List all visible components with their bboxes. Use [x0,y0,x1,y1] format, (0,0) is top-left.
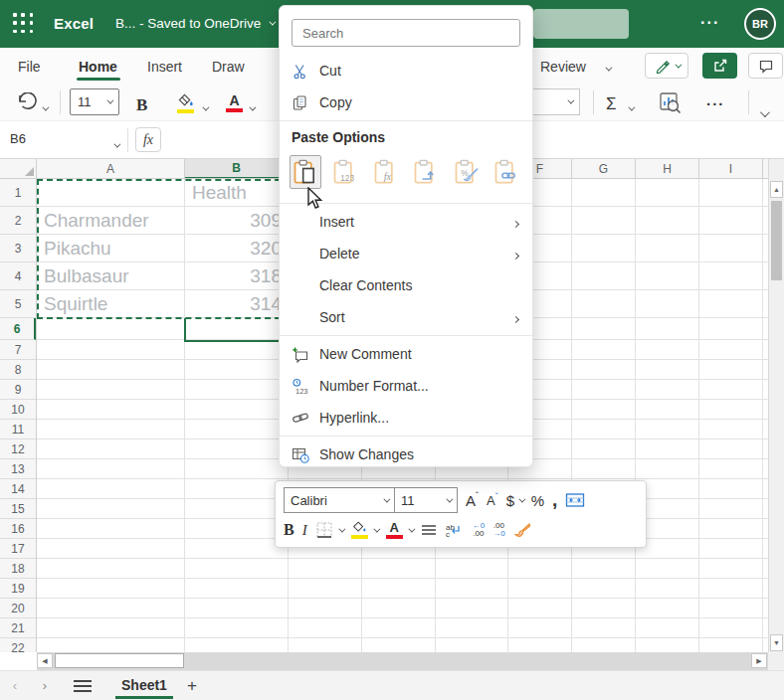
row-header-21[interactable]: 21 [0,618,36,638]
format-painter-button[interactable] [513,522,531,538]
row-header-18[interactable]: 18 [0,559,36,579]
paste-formatting-button[interactable]: % [451,155,483,189]
paste-link-button[interactable] [491,155,523,189]
menu-item-cut[interactable]: Cut [280,55,532,87]
column-header-B[interactable]: B [185,159,289,179]
row-header-8[interactable]: 8 [0,360,36,380]
autosum-button[interactable]: Σ [606,90,617,117]
row-header-6[interactable]: 6 [0,318,36,340]
cell-A5[interactable]: Squirtle [37,290,185,318]
wrap-text-button[interactable]: abc [445,522,465,538]
font-size-select[interactable]: 11 [70,88,119,115]
row-header-9[interactable]: 9 [0,380,36,400]
select-all-corner[interactable] [0,159,37,179]
mini-font-size-select[interactable]: 11 [395,488,457,512]
name-box-chevron[interactable] [113,136,118,151]
editing-mode-button[interactable] [645,53,688,79]
cell-A4[interactable]: Bulbasaur [37,262,185,290]
row-header-14[interactable]: 14 [0,479,36,499]
grow-font-button[interactable]: Aˆ [466,492,479,509]
row-header-10[interactable]: 10 [0,400,36,420]
cell-B3[interactable]: 320 [185,235,289,262]
menu-item-clear-contents[interactable]: Clear Contents [280,269,532,301]
menu-item-sort[interactable]: Sort [280,301,532,333]
menu-item-hyperlink[interactable]: Hyperlink... [280,402,532,434]
row-header-12[interactable]: 12 [0,439,36,459]
fill-color-button[interactable] [177,89,194,116]
decrease-decimal-button[interactable]: ←0.00 [473,522,485,538]
menu-item-number-format[interactable]: 123Number Format... [280,370,532,402]
bold-button[interactable]: B [136,91,147,118]
horizontal-scroll-thumb[interactable] [55,653,184,668]
paste-values-button[interactable]: 123 [330,155,362,189]
mini-bold-button[interactable]: B [284,521,294,539]
vertical-scrollbar[interactable]: ▲ ▼ [768,159,784,652]
paste-button[interactable] [290,155,321,189]
scroll-left-button[interactable]: ◀ [37,653,53,668]
row-header-16[interactable]: 16 [0,519,36,539]
shrink-font-button[interactable]: Aˇ [487,493,498,508]
row-header-4[interactable]: 4 [0,262,36,290]
mini-italic-button[interactable]: I [302,522,307,539]
row-header-17[interactable]: 17 [0,539,36,559]
font-color-chevron[interactable] [249,95,254,122]
tab-file[interactable]: File [18,55,41,79]
name-box[interactable]: B6 [10,131,26,146]
cell-B5[interactable]: 314 [185,290,289,318]
row-header-3[interactable]: 3 [0,235,36,262]
cell-B1[interactable]: Health [185,179,289,207]
tab-home[interactable]: Home [79,55,117,79]
number-format-select[interactable] [531,88,580,115]
row-header-15[interactable]: 15 [0,499,36,519]
vertical-scroll-thumb[interactable] [771,201,782,280]
office-search-box[interactable] [533,9,629,39]
column-header-A[interactable]: A [37,159,185,179]
tab-insert[interactable]: Insert [147,55,182,79]
row-header-13[interactable]: 13 [0,459,36,479]
row-header-20[interactable]: 20 [0,599,36,618]
column-header-G[interactable]: G [572,159,636,179]
row-header-1[interactable]: 1 [0,179,36,207]
scroll-down-button[interactable]: ▼ [770,634,783,651]
avatar[interactable]: BR [744,8,776,40]
menu-item-copy[interactable]: Copy [280,87,532,118]
add-sheet-button[interactable]: + [187,676,197,696]
currency-format-button[interactable]: $ [506,492,523,509]
horizontal-scrollbar[interactable]: ◀ ▶ [37,652,768,670]
analyze-data-button[interactable] [657,88,683,115]
scroll-up-button[interactable]: ▲ [770,181,783,198]
menu-item-delete[interactable]: Delete [280,238,532,269]
share-button[interactable] [702,53,737,79]
column-header-H[interactable]: H [636,159,699,179]
percent-format-button[interactable]: % [531,492,544,509]
menu-item-new-comment[interactable]: New Comment [280,338,532,370]
prev-sheet-chevron[interactable]: ‹ [0,678,30,693]
font-color-button[interactable]: A [226,89,243,116]
row-header-7[interactable]: 7 [0,340,36,360]
tab-draw[interactable]: Draw [212,55,245,79]
increase-decimal-button[interactable]: .00→0 [492,522,504,538]
insert-function-button[interactable]: fx [135,127,161,152]
row-headers[interactable]: 12345678910111213141516171819202122 [0,179,37,652]
mini-fill-color-button[interactable] [351,521,378,539]
ribbon-more-button[interactable]: ... [706,87,725,113]
comma-format-button[interactable]: , [552,489,557,511]
menu-item-show-changes[interactable]: Show Changes [280,438,532,470]
cell-A3[interactable]: Pikachu [37,235,185,262]
tab-overflow-chevron[interactable] [605,55,610,79]
paste-formulas-button[interactable]: fx [370,155,402,189]
undo-dropdown-chevron[interactable] [42,95,47,122]
autosum-chevron[interactable] [628,95,633,122]
topbar-more-button[interactable]: ... [700,10,719,28]
mini-font-color-button[interactable]: A [386,522,413,539]
row-header-19[interactable]: 19 [0,579,36,599]
align-button[interactable] [421,523,437,537]
merge-cells-button[interactable] [565,491,585,509]
sheet-tab-sheet1[interactable]: Sheet1 [115,671,173,700]
mini-font-name-select[interactable]: Calibri [285,488,394,512]
cell-B4[interactable]: 318 [185,262,289,290]
paste-transpose-button[interactable] [411,155,443,189]
row-header-11[interactable]: 11 [0,420,36,439]
fill-color-chevron[interactable] [202,95,207,122]
context-menu-search-input[interactable]: Search [292,19,520,47]
